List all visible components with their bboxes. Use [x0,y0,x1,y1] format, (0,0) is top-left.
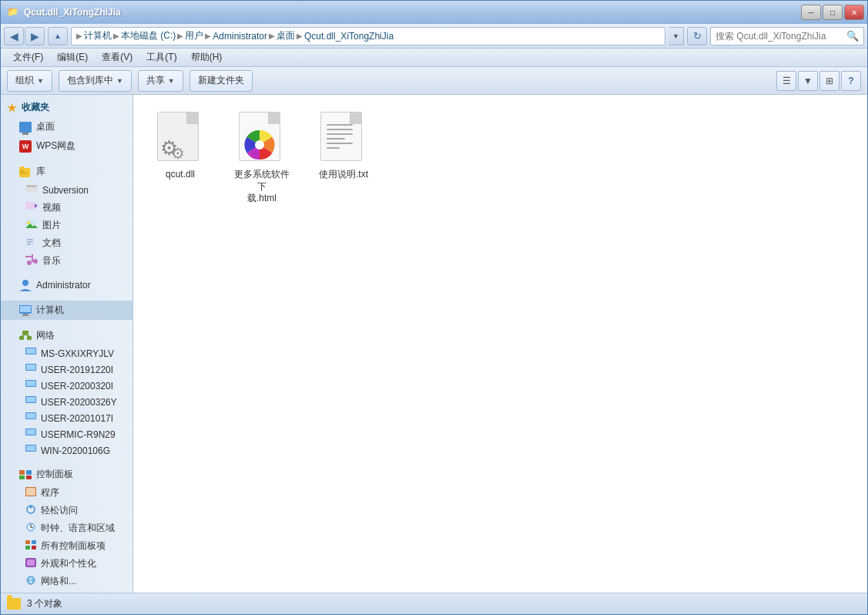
organize-dropdown-icon: ▼ [37,77,44,85]
sidebar-item-network-ms[interactable]: MS-GXKIXRYJLV [1,345,132,361]
wps-icon: W [19,140,32,153]
svg-rect-55 [32,540,36,544]
administrator-section: Administrator [1,273,132,297]
sidebar-item-desktop[interactable]: 桌面 [1,117,132,136]
organize-button[interactable]: 组织 ▼ [7,70,52,92]
forward-button[interactable]: ▶ [25,27,45,45]
sidebar-item-network-user2[interactable]: USER-20200320I [1,378,132,394]
svg-rect-48 [26,488,35,496]
svg-rect-38 [26,413,35,418]
maximize-button[interactable]: □ [823,5,843,20]
menu-tools[interactable]: 工具(T) [140,49,183,66]
administrator-icon [19,279,32,291]
sidebar-item-network-user1[interactable]: USER-20191220I [1,361,132,378]
sidebar-item-library[interactable]: 库 [1,162,132,181]
minimize-button[interactable]: ─ [801,5,821,20]
breadcrumb: ▶ 计算机 ▶ 本地磁盘 (C:) ▶ 用户 ▶ Administrator ▶… [76,29,660,42]
desktop-icon [19,121,32,133]
share-button[interactable]: 共享 ▼ [138,70,183,92]
sidebar-item-wps[interactable]: W WPS网盘 [1,136,132,156]
music-icon [25,254,38,267]
file-item-txt[interactable]: 使用说明.txt [309,107,378,208]
dll-icon: ⚙ ⚙ [157,112,203,164]
favorites-section: ★ 收藏夹 桌面 W WPS网盘 [1,95,132,159]
network-ms-label: MS-GXKIXRYJLV [41,348,114,359]
main-area: ★ 收藏夹 桌面 W WPS网盘 [1,95,867,593]
search-icon: 🔍 [846,30,859,42]
sidebar-item-appearance[interactable]: 外观和个性化 [1,555,132,573]
svg-rect-14 [27,244,31,245]
favorites-label: 收藏夹 [22,101,49,114]
search-input[interactable] [716,31,843,42]
menu-file[interactable]: 文件(F) [7,49,49,66]
computer-label: 计算机 [36,304,64,317]
svg-rect-34 [26,381,35,386]
network-label: 网络 [36,329,55,342]
sidebar-item-all-control[interactable]: 所有控制面板项 [1,537,132,555]
sidebar-item-network-win[interactable]: WIN-20200106G [1,442,132,459]
sidebar-item-administrator[interactable]: Administrator [1,276,132,294]
txt-line2 [327,129,353,130]
sidebar-item-computer[interactable]: 计算机 [1,301,132,320]
sidebar-item-music[interactable]: 音乐 [1,252,132,270]
refresh-button[interactable]: ↻ [687,27,707,45]
network-pc-icon-usermic [25,428,36,440]
computer-section: 计算机 [1,297,132,323]
include-library-button[interactable]: 包含到库中 ▼ [59,70,132,92]
star-icon: ★ [7,102,17,114]
menu-help[interactable]: 帮助(H) [185,49,229,66]
sidebar-item-video[interactable]: 视频 [1,199,132,217]
svg-rect-44 [26,470,32,475]
svg-rect-36 [26,397,35,402]
status-count: 3 个对象 [27,597,62,610]
title-bar-left: 📁 Qcut.dll_XiTongZhiJia [7,6,121,18]
new-folder-button[interactable]: 新建文件夹 [189,70,253,92]
up-button[interactable]: ▲ [48,27,68,45]
sidebar-item-control-panel[interactable]: 控制面板 [1,465,132,484]
sidebar-item-programs[interactable]: 程序 [1,484,132,502]
view-list-button[interactable]: ☰ [776,71,796,91]
all-control-label: 所有控制面板项 [41,539,106,553]
breadcrumb-drive[interactable]: 本地磁盘 (C:) [121,29,176,42]
address-box: ▶ 计算机 ▶ 本地磁盘 (C:) ▶ 用户 ▶ Administrator ▶… [71,27,665,45]
svg-rect-40 [26,429,35,435]
txt-line5 [327,143,353,144]
close-button[interactable]: ✕ [844,5,864,20]
sidebar-item-subversion[interactable]: Subversion [1,181,132,199]
address-dropdown[interactable]: ▼ [669,27,684,45]
breadcrumb-admin[interactable]: Administrator [213,31,267,42]
network-internet-icon [25,576,36,587]
title-buttons: ─ □ ✕ [801,5,864,20]
file-item-qcut-dll[interactable]: ⚙ ⚙ qcut.dll [146,107,215,208]
sidebar-item-pictures[interactable]: 图片 [1,217,132,234]
back-button[interactable]: ◀ [4,27,24,45]
menu-edit[interactable]: 编辑(E) [51,49,94,66]
file-item-html[interactable]: 更多系统软件下载.html [227,107,297,208]
sidebar-item-network-user4[interactable]: USER-20201017I [1,410,132,426]
menu-view[interactable]: 查看(V) [96,49,139,66]
svg-rect-12 [27,239,33,240]
documents-icon [25,237,38,250]
sidebar-item-network-internet[interactable]: 网络和... [1,573,132,590]
breadcrumb-computer[interactable]: 计算机 [84,29,112,42]
breadcrumb-users[interactable]: 用户 [185,29,203,42]
library-section: 库 Subversion [1,159,132,273]
svg-rect-1 [19,166,25,170]
sidebar-item-network[interactable]: 网络 [1,326,132,345]
svg-rect-59 [27,560,35,566]
sidebar-item-accessibility[interactable]: 轻松访问 [1,502,132,519]
svg-rect-24 [22,331,28,334]
sidebar-item-documents[interactable]: 文档 [1,234,132,252]
html-file-icon [234,110,290,166]
breadcrumb-desktop[interactable]: 桌面 [276,29,295,42]
svg-rect-17 [32,254,33,262]
sidebar-item-network-user3[interactable]: USER-20200326Y [1,394,132,410]
view-dropdown-button[interactable]: ▼ [798,71,818,91]
sidebar-item-clock[interactable]: 时钟、语言和区域 [1,519,132,537]
svg-rect-43 [19,470,25,475]
view-details-button[interactable]: ⊞ [819,71,840,91]
window-icon: 📁 [7,6,19,18]
breadcrumb-current[interactable]: Qcut.dll_XiTongZhiJia [304,31,394,42]
sidebar-item-network-usermic[interactable]: USERMIC-R9N29 [1,426,132,442]
help-button[interactable]: ? [841,71,861,91]
